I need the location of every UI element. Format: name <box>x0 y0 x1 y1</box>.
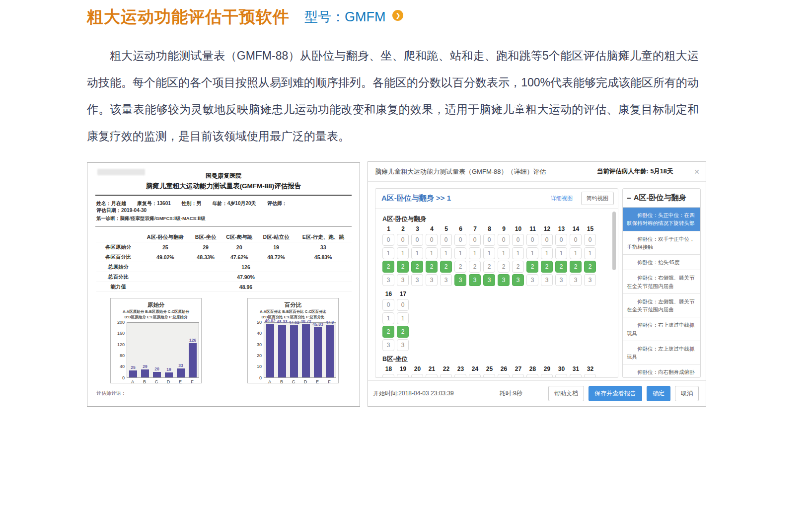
score-button[interactable]: 3 <box>526 274 538 286</box>
score-button[interactable]: 0 <box>541 374 553 377</box>
score-button[interactable]: 0 <box>426 234 438 246</box>
score-button[interactable]: 2 <box>397 261 409 273</box>
score-button[interactable]: 3 <box>440 274 452 286</box>
footer-button-primary[interactable]: 保存并查看报告 <box>589 386 642 401</box>
score-button[interactable]: 3 <box>454 274 466 286</box>
list-item[interactable]: 仰卧位：抬头45度 <box>623 255 700 270</box>
list-item[interactable]: 仰卧位：右上肢过中线抓玩具 <box>623 317 700 341</box>
score-button[interactable]: 0 <box>526 234 538 246</box>
item-list-header[interactable]: − A区-卧位与翻身 <box>623 189 700 208</box>
score-button[interactable]: 0 <box>411 234 423 246</box>
score-button[interactable]: 3 <box>541 274 553 286</box>
score-button[interactable]: 1 <box>512 247 524 259</box>
arrow-icon[interactable]: ❯ <box>392 10 403 21</box>
score-button[interactable]: 0 <box>397 374 409 377</box>
scrollbar[interactable] <box>612 212 616 270</box>
score-button[interactable]: 0 <box>555 234 567 246</box>
score-button[interactable]: 1 <box>440 247 452 259</box>
score-button[interactable]: 2 <box>570 261 582 273</box>
score-button[interactable]: 0 <box>512 374 524 377</box>
score-button[interactable]: 0 <box>512 234 524 246</box>
score-button[interactable]: 0 <box>541 234 553 246</box>
list-item[interactable]: 仰卧位：向右翻身成俯卧位 <box>623 364 700 378</box>
list-item[interactable]: 仰卧位：右侧髋、膝关节在全关节范围内屈曲 <box>623 270 700 294</box>
list-item[interactable]: 仰卧位：左侧髋、膝关节在全关节范围内屈曲 <box>623 294 700 318</box>
score-button[interactable]: 3 <box>397 274 409 286</box>
score-button[interactable]: 0 <box>411 374 423 377</box>
score-button[interactable]: 2 <box>498 261 510 273</box>
score-button[interactable]: 0 <box>584 374 596 377</box>
score-button[interactable]: 2 <box>526 261 538 273</box>
score-button[interactable]: 2 <box>469 261 481 273</box>
score-button[interactable]: 1 <box>426 247 438 259</box>
score-button[interactable]: 2 <box>584 261 596 273</box>
score-button[interactable]: 1 <box>397 312 409 324</box>
close-icon[interactable]: ✕ <box>694 168 700 176</box>
score-button[interactable]: 1 <box>483 247 495 259</box>
collapse-icon[interactable]: − <box>627 194 631 202</box>
score-button[interactable]: 0 <box>382 299 394 311</box>
score-button[interactable]: 0 <box>454 374 466 377</box>
score-button[interactable]: 1 <box>584 247 596 259</box>
score-button[interactable]: 0 <box>498 234 510 246</box>
list-item[interactable]: 仰卧位：左上肢过中线抓玩具 <box>623 341 700 365</box>
score-button[interactable]: 3 <box>570 274 582 286</box>
score-button[interactable]: 0 <box>570 374 582 377</box>
score-button[interactable]: 3 <box>512 274 524 286</box>
score-button[interactable]: 3 <box>469 274 481 286</box>
score-button[interactable]: 0 <box>498 374 510 377</box>
score-button[interactable]: 0 <box>469 234 481 246</box>
score-button[interactable]: 0 <box>397 234 409 246</box>
score-button[interactable]: 2 <box>483 261 495 273</box>
score-button[interactable]: 3 <box>483 274 495 286</box>
score-button[interactable]: 3 <box>382 274 394 286</box>
score-button[interactable]: 0 <box>440 234 452 246</box>
score-button[interactable]: 0 <box>483 374 495 377</box>
score-button[interactable]: 0 <box>440 374 452 377</box>
footer-button-default[interactable]: 取消 <box>675 386 699 401</box>
score-button[interactable]: 1 <box>382 247 394 259</box>
score-button[interactable]: 0 <box>555 374 567 377</box>
score-button[interactable]: 1 <box>469 247 481 259</box>
score-button[interactable]: 1 <box>454 247 466 259</box>
score-button[interactable]: 2 <box>397 326 409 338</box>
score-button[interactable]: 3 <box>555 274 567 286</box>
score-button[interactable]: 1 <box>397 247 409 259</box>
score-button[interactable]: 2 <box>541 261 553 273</box>
score-button[interactable]: 0 <box>469 374 481 377</box>
score-button[interactable]: 0 <box>570 234 582 246</box>
score-button[interactable]: 1 <box>526 247 538 259</box>
score-button[interactable]: 2 <box>555 261 567 273</box>
score-button[interactable]: 0 <box>397 299 409 311</box>
footer-button-primary[interactable]: 确定 <box>647 386 670 401</box>
score-button[interactable]: 2 <box>454 261 466 273</box>
score-button[interactable]: 0 <box>426 374 438 377</box>
score-button[interactable]: 2 <box>411 261 423 273</box>
score-button[interactable]: 3 <box>411 274 423 286</box>
score-button[interactable]: 2 <box>512 261 524 273</box>
view-tab-detailed[interactable]: 详细视图 <box>545 192 578 205</box>
score-button[interactable]: 3 <box>397 339 409 351</box>
score-button[interactable]: 2 <box>382 261 394 273</box>
score-button[interactable]: 3 <box>498 274 510 286</box>
score-button[interactable]: 0 <box>382 234 394 246</box>
score-button[interactable]: 0 <box>382 374 394 377</box>
score-button[interactable]: 1 <box>555 247 567 259</box>
list-item[interactable]: 仰卧位：双手于正中位，手指相接触 <box>623 231 700 255</box>
score-button[interactable]: 2 <box>440 261 452 273</box>
score-button[interactable]: 2 <box>426 261 438 273</box>
score-button[interactable]: 1 <box>411 247 423 259</box>
score-button[interactable]: 3 <box>584 274 596 286</box>
view-tab-simple[interactable]: 简约视图 <box>581 192 614 205</box>
score-button[interactable]: 0 <box>584 234 596 246</box>
score-button[interactable]: 1 <box>498 247 510 259</box>
score-button[interactable]: 1 <box>382 312 394 324</box>
score-button[interactable]: 3 <box>382 339 394 351</box>
score-button[interactable]: 0 <box>483 234 495 246</box>
score-button[interactable]: 0 <box>526 374 538 377</box>
score-button[interactable]: 0 <box>454 234 466 246</box>
footer-button-default[interactable]: 帮助文档 <box>548 386 584 401</box>
list-item[interactable]: 仰卧位：头正中位：在四肢保持对称的情况下旋转头部 <box>623 208 700 231</box>
score-button[interactable]: 1 <box>541 247 553 259</box>
score-button[interactable]: 3 <box>426 274 438 286</box>
